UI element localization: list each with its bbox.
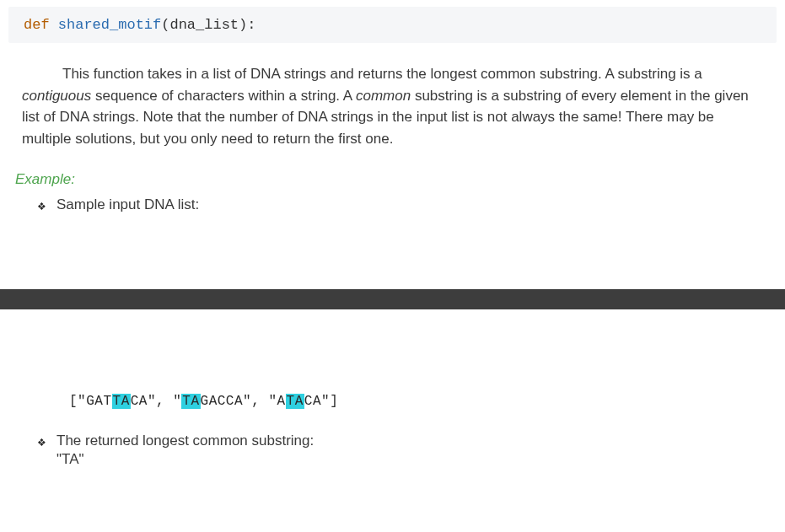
result-label: The returned longest common substring:	[56, 433, 314, 449]
quote: "	[78, 394, 86, 409]
parameter: dna_list	[169, 17, 239, 33]
function-description: This function takes in a list of DNA str…	[0, 43, 785, 158]
desc-part1: This function takes in a list of DNA str…	[62, 66, 702, 82]
sep1: ,	[156, 394, 173, 409]
highlight-s3: TA	[286, 394, 304, 409]
code-signature-block: def shared_motif(dna_list):	[8, 7, 777, 43]
close-paren: )	[239, 17, 247, 33]
highlight-s1: TA	[112, 394, 131, 409]
desc-italic-contiguous: contiguous	[22, 88, 91, 104]
result-row: ❖ The returned longest common substring:…	[0, 409, 785, 468]
dna-list-code: ["GATTACA", "TAGACCA", "ATACA"]	[0, 309, 785, 409]
seg-s1a: GAT	[86, 394, 111, 409]
quote: "	[148, 394, 156, 409]
sample-input-row: ❖ Sample input DNA list:	[0, 193, 785, 217]
quote: "	[268, 394, 277, 409]
desc-italic-common: common	[356, 88, 411, 104]
open-paren: (	[161, 17, 169, 33]
result-value: "TA"	[56, 451, 314, 468]
sep2: ,	[251, 394, 268, 409]
diamond-bullet-icon: ❖	[37, 196, 46, 217]
seg-s1b: CA	[131, 394, 148, 409]
open-bracket: [	[69, 394, 78, 409]
desc-part2: sequence of characters within a string. …	[91, 88, 356, 104]
quote: "	[321, 394, 330, 409]
function-name: shared_motif	[58, 17, 161, 33]
sample-input-label: Sample input DNA list:	[56, 196, 199, 213]
seg-s3a: A	[277, 394, 286, 409]
keyword-def: def	[24, 17, 50, 33]
close-bracket: ]	[330, 394, 338, 409]
example-heading: Example:	[0, 158, 785, 193]
seg-s3b: CA	[304, 394, 321, 409]
diamond-bullet-icon: ❖	[37, 433, 46, 453]
highlight-s2: TA	[181, 394, 200, 409]
quote: "	[243, 394, 251, 409]
horizontal-separator-bar	[0, 289, 785, 309]
seg-s2b: GACCA	[201, 394, 244, 409]
colon: :	[247, 17, 255, 33]
quote: "	[173, 394, 181, 409]
